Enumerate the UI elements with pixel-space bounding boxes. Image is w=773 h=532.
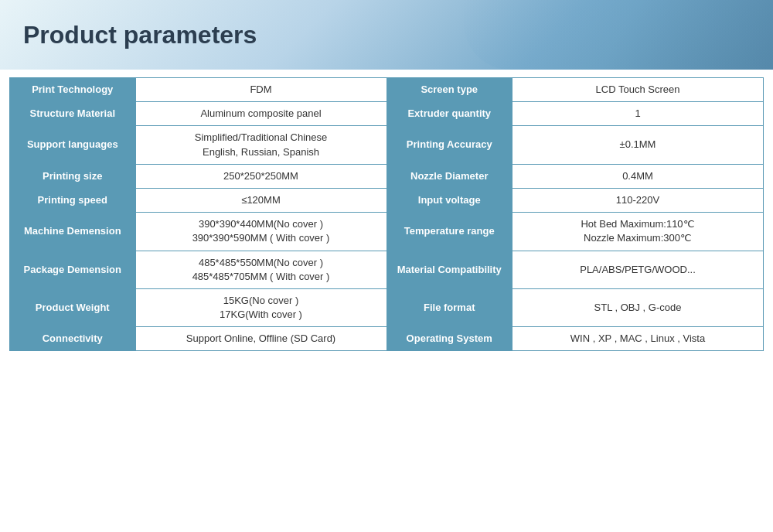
right-value-cell: Hot Bed Maximum:110℃Nozzle Maximum:300℃ [512,213,764,251]
table-row: Print TechnologyFDMScreen typeLCD Touch … [10,78,764,102]
left-label-cell: Connectivity [10,327,136,351]
right-label-cell: Temperature range [386,213,512,251]
left-label-cell: Printing speed [10,188,136,212]
left-value-cell: 250*250*250MM [135,164,386,188]
right-value-cell: 0.4MM [512,164,764,188]
right-label-cell: Input voltage [386,188,512,212]
left-label-cell: Package Demension [10,251,136,288]
left-label-cell: Machine Demension [10,213,136,251]
page-header: Product parameters [0,0,773,70]
table-row: Printing size250*250*250MMNozzle Diamete… [10,164,764,188]
right-label-cell: Nozzle Diameter [386,164,512,188]
table-row: Printing speed≤120MMInput voltage110-220… [10,188,764,212]
page-title: Product parameters [23,21,257,49]
table-row: Package Demension485*485*550MM(No cover … [10,251,764,288]
left-label-cell: Structure Material [10,102,136,126]
right-label-cell: Extruder quantity [386,102,512,126]
right-value-cell: WIN , XP , MAC , Linux , Vista [512,327,764,351]
right-value-cell: LCD Touch Screen [512,78,764,102]
left-value-cell: FDM [135,78,386,102]
right-label-cell: File format [386,288,512,326]
left-value-cell: 15KG(No cover )17KG(With cover ) [135,288,386,326]
table-row: Structure MaterialAluminum composite pan… [10,102,764,126]
right-label-cell: Screen type [386,78,512,102]
left-value-cell: 485*485*550MM(No cover )485*485*705MM ( … [135,251,386,288]
left-label-cell: Support languages [10,126,136,164]
right-label-cell: Printing Accuracy [386,126,512,164]
product-parameters-table: Print TechnologyFDMScreen typeLCD Touch … [9,77,764,351]
right-value-cell: PLA/ABS/PETG/WOOD... [512,251,764,288]
right-value-cell: 1 [512,102,764,126]
right-value-cell: ±0.1MM [512,126,764,164]
left-value-cell: Simplified/Traditional ChineseEnglish, R… [135,126,386,164]
left-value-cell: Support Online, Offline (SD Card) [135,327,386,351]
right-label-cell: Material Compatibility [386,251,512,288]
left-label-cell: Printing size [10,164,136,188]
left-value-cell: Aluminum composite panel [135,102,386,126]
right-label-cell: Operating System [386,327,512,351]
table-container: Print TechnologyFDMScreen typeLCD Touch … [0,70,773,359]
left-value-cell: 390*390*440MM(No cover )390*390*590MM ( … [135,213,386,251]
table-row: ConnectivitySupport Online, Offline (SD … [10,327,764,351]
left-label-cell: Print Technology [10,78,136,102]
table-row: Machine Demension390*390*440MM(No cover … [10,213,764,251]
right-value-cell: 110-220V [512,188,764,212]
right-value-cell: STL , OBJ , G-code [512,288,764,326]
table-row: Support languagesSimplified/Traditional … [10,126,764,164]
left-label-cell: Product Weight [10,288,136,326]
left-value-cell: ≤120MM [135,188,386,212]
table-row: Product Weight15KG(No cover )17KG(With c… [10,288,764,326]
